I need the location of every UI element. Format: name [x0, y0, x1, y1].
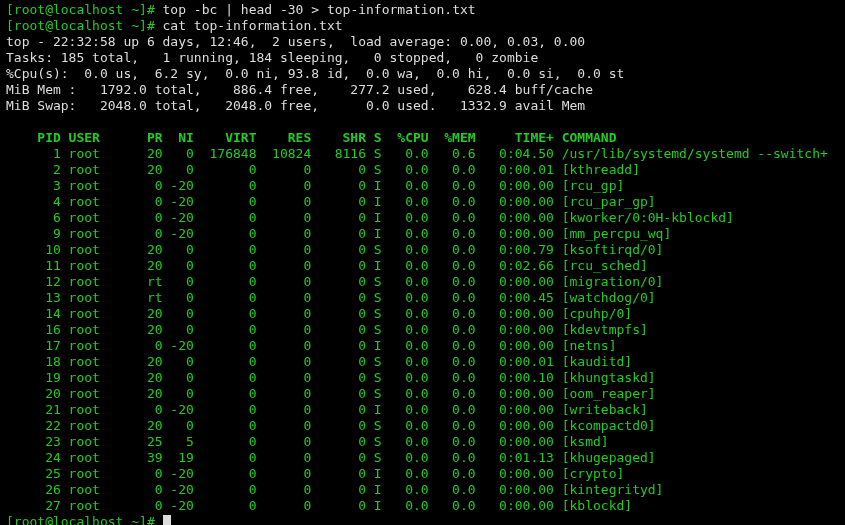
top-summary-line: MiB Mem : 1792.0 total, 886.4 free, 277.… — [6, 82, 593, 97]
shell-prompt: [root@localhost ~]# — [6, 18, 155, 33]
shell-prompt: [root@localhost ~]# — [6, 514, 155, 525]
process-row: 18 root 20 0 0 0 0 S 0.0 0.0 0:00.01 [ka… — [6, 354, 632, 369]
process-row: 2 root 20 0 0 0 0 S 0.0 0.0 0:00.01 [kth… — [6, 162, 640, 177]
process-row: 14 root 20 0 0 0 0 S 0.0 0.0 0:00.00 [cp… — [6, 306, 632, 321]
terminal-output[interactable]: [root@localhost ~]# top -bc | head -30 >… — [0, 0, 845, 525]
top-summary-line: top - 22:32:58 up 6 days, 12:46, 2 users… — [6, 34, 585, 49]
process-row: 26 root 0 -20 0 0 0 I 0.0 0.0 0:00.00 [k… — [6, 482, 663, 497]
top-summary-line: MiB Swap: 2048.0 total, 2048.0 free, 0.0… — [6, 98, 585, 113]
process-row: 11 root 20 0 0 0 0 I 0.0 0.0 0:02.66 [rc… — [6, 258, 648, 273]
process-row: 10 root 20 0 0 0 0 S 0.0 0.0 0:00.79 [ks… — [6, 242, 663, 257]
process-row: 13 root rt 0 0 0 0 S 0.0 0.0 0:00.45 [wa… — [6, 290, 656, 305]
top-summary-line: Tasks: 185 total, 1 running, 184 sleepin… — [6, 50, 538, 65]
process-row: 22 root 20 0 0 0 0 S 0.0 0.0 0:00.00 [kc… — [6, 418, 656, 433]
cursor-icon — [163, 515, 171, 525]
process-row: 12 root rt 0 0 0 0 S 0.0 0.0 0:00.00 [mi… — [6, 274, 663, 289]
top-summary-line: %Cpu(s): 0.0 us, 6.2 sy, 0.0 ni, 93.8 id… — [6, 66, 624, 81]
process-table-header: PID USER PR NI VIRT RES SHR S %CPU %MEM … — [6, 130, 616, 145]
process-row: 6 root 0 -20 0 0 0 I 0.0 0.0 0:00.00 [kw… — [6, 210, 734, 225]
process-row: 16 root 20 0 0 0 0 S 0.0 0.0 0:00.00 [kd… — [6, 322, 648, 337]
process-row: 4 root 0 -20 0 0 0 I 0.0 0.0 0:00.00 [rc… — [6, 194, 656, 209]
process-row: 1 root 20 0 176848 10824 8116 S 0.0 0.6 … — [6, 146, 828, 161]
process-row: 25 root 0 -20 0 0 0 I 0.0 0.0 0:00.00 [c… — [6, 466, 624, 481]
process-row: 3 root 0 -20 0 0 0 I 0.0 0.0 0:00.00 [rc… — [6, 178, 624, 193]
process-row: 23 root 25 5 0 0 0 S 0.0 0.0 0:00.00 [ks… — [6, 434, 609, 449]
process-row: 24 root 39 19 0 0 0 S 0.0 0.0 0:01.13 [k… — [6, 450, 656, 465]
shell-prompt: [root@localhost ~]# — [6, 2, 155, 17]
process-row: 21 root 0 -20 0 0 0 I 0.0 0.0 0:00.00 [w… — [6, 402, 648, 417]
process-row: 27 root 0 -20 0 0 0 I 0.0 0.0 0:00.00 [k… — [6, 498, 632, 513]
command-2: cat top-information.txt — [163, 18, 343, 33]
process-row: 20 root 20 0 0 0 0 S 0.0 0.0 0:00.00 [oo… — [6, 386, 656, 401]
process-row: 9 root 0 -20 0 0 0 I 0.0 0.0 0:00.00 [mm… — [6, 226, 671, 241]
command-1: top -bc | head -30 > top-information.txt — [163, 2, 476, 17]
process-row: 19 root 20 0 0 0 0 S 0.0 0.0 0:00.10 [kh… — [6, 370, 656, 385]
process-row: 17 root 0 -20 0 0 0 I 0.0 0.0 0:00.00 [n… — [6, 338, 616, 353]
